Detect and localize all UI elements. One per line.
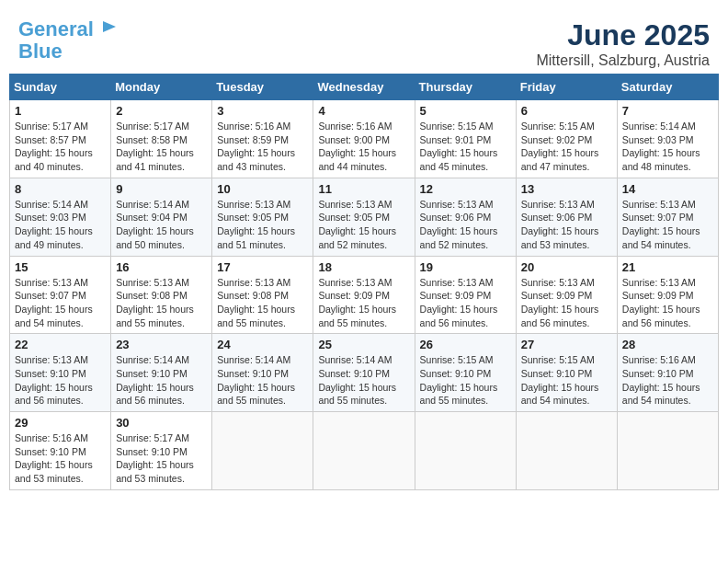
month-title: June 2025: [536, 18, 710, 52]
day-info: Sunrise: 5:16 AM Sunset: 9:10 PM Dayligh…: [622, 353, 713, 408]
calendar-table: SundayMondayTuesdayWednesdayThursdayFrid…: [9, 74, 719, 490]
calendar-cell: 3Sunrise: 5:16 AM Sunset: 8:59 PM Daylig…: [212, 100, 313, 178]
day-number: 18: [318, 260, 409, 274]
col-header-thursday: Thursday: [415, 75, 516, 100]
day-info: Sunrise: 5:13 AM Sunset: 9:09 PM Dayligh…: [318, 276, 409, 330]
col-header-saturday: Saturday: [617, 75, 718, 100]
day-info: Sunrise: 5:13 AM Sunset: 9:07 PM Dayligh…: [15, 276, 106, 330]
day-number: 8: [15, 182, 106, 196]
day-number: 14: [622, 182, 713, 196]
day-info: Sunrise: 5:13 AM Sunset: 9:09 PM Dayligh…: [622, 276, 713, 330]
day-info: Sunrise: 5:15 AM Sunset: 9:01 PM Dayligh…: [420, 120, 511, 174]
day-number: 11: [318, 182, 409, 196]
col-header-sunday: Sunday: [10, 75, 111, 100]
day-number: 16: [116, 260, 207, 274]
day-number: 2: [116, 104, 207, 118]
calendar-cell: [516, 412, 617, 490]
calendar-week-row: 15Sunrise: 5:13 AM Sunset: 9:07 PM Dayli…: [10, 256, 719, 334]
day-number: 5: [420, 104, 511, 118]
calendar-cell: [617, 412, 718, 490]
logo: General Blue: [18, 18, 118, 63]
day-number: 17: [217, 260, 308, 274]
calendar-cell: 17Sunrise: 5:13 AM Sunset: 9:08 PM Dayli…: [212, 256, 313, 334]
day-info: Sunrise: 5:16 AM Sunset: 8:59 PM Dayligh…: [217, 120, 308, 174]
svg-marker-0: [103, 21, 116, 32]
day-info: Sunrise: 5:14 AM Sunset: 9:10 PM Dayligh…: [116, 353, 207, 408]
calendar-cell: 8Sunrise: 5:14 AM Sunset: 9:03 PM Daylig…: [10, 178, 111, 256]
calendar-cell: 30Sunrise: 5:17 AM Sunset: 9:10 PM Dayli…: [111, 412, 212, 490]
calendar-cell: 24Sunrise: 5:14 AM Sunset: 9:10 PM Dayli…: [212, 334, 313, 412]
day-info: Sunrise: 5:17 AM Sunset: 8:58 PM Dayligh…: [116, 120, 207, 174]
calendar-cell: 11Sunrise: 5:13 AM Sunset: 9:05 PM Dayli…: [313, 178, 415, 256]
calendar-cell: 29Sunrise: 5:16 AM Sunset: 9:10 PM Dayli…: [10, 412, 111, 490]
calendar-week-row: 8Sunrise: 5:14 AM Sunset: 9:03 PM Daylig…: [10, 178, 719, 256]
day-number: 1: [15, 104, 106, 118]
day-info: Sunrise: 5:13 AM Sunset: 9:06 PM Dayligh…: [521, 198, 612, 252]
day-number: 13: [521, 182, 612, 196]
day-info: Sunrise: 5:17 AM Sunset: 9:10 PM Dayligh…: [116, 431, 207, 486]
calendar-cell: [415, 412, 516, 490]
logo-text: General Blue: [18, 18, 118, 63]
calendar-cell: 10Sunrise: 5:13 AM Sunset: 9:05 PM Dayli…: [212, 178, 313, 256]
location-title: Mittersill, Salzburg, Austria: [536, 52, 710, 69]
calendar-cell: [313, 412, 415, 490]
calendar-cell: 21Sunrise: 5:13 AM Sunset: 9:09 PM Dayli…: [617, 256, 718, 334]
day-number: 22: [15, 338, 106, 351]
day-number: 4: [318, 104, 409, 118]
day-number: 12: [420, 182, 511, 196]
day-info: Sunrise: 5:16 AM Sunset: 9:10 PM Dayligh…: [15, 431, 106, 486]
day-info: Sunrise: 5:14 AM Sunset: 9:10 PM Dayligh…: [318, 353, 409, 408]
col-header-friday: Friday: [516, 75, 617, 100]
calendar-cell: 25Sunrise: 5:14 AM Sunset: 9:10 PM Dayli…: [313, 334, 415, 412]
calendar-cell: 6Sunrise: 5:15 AM Sunset: 9:02 PM Daylig…: [516, 100, 617, 178]
day-info: Sunrise: 5:14 AM Sunset: 9:04 PM Dayligh…: [116, 198, 207, 252]
calendar-cell: 23Sunrise: 5:14 AM Sunset: 9:10 PM Dayli…: [111, 334, 212, 412]
calendar-cell: [212, 412, 313, 490]
day-info: Sunrise: 5:13 AM Sunset: 9:06 PM Dayligh…: [420, 198, 511, 252]
day-info: Sunrise: 5:13 AM Sunset: 9:08 PM Dayligh…: [217, 276, 308, 330]
day-info: Sunrise: 5:15 AM Sunset: 9:10 PM Dayligh…: [521, 353, 612, 408]
title-area: June 2025 Mittersill, Salzburg, Austria: [536, 18, 710, 69]
day-number: 24: [217, 338, 308, 351]
day-info: Sunrise: 5:14 AM Sunset: 9:03 PM Dayligh…: [15, 198, 106, 252]
calendar-cell: 9Sunrise: 5:14 AM Sunset: 9:04 PM Daylig…: [111, 178, 212, 256]
day-info: Sunrise: 5:13 AM Sunset: 9:09 PM Dayligh…: [420, 276, 511, 330]
day-info: Sunrise: 5:17 AM Sunset: 8:57 PM Dayligh…: [15, 120, 106, 174]
calendar-cell: 27Sunrise: 5:15 AM Sunset: 9:10 PM Dayli…: [516, 334, 617, 412]
day-info: Sunrise: 5:13 AM Sunset: 9:08 PM Dayligh…: [116, 276, 207, 330]
calendar-week-row: 29Sunrise: 5:16 AM Sunset: 9:10 PM Dayli…: [10, 412, 719, 490]
calendar-week-row: 22Sunrise: 5:13 AM Sunset: 9:10 PM Dayli…: [10, 334, 719, 412]
calendar-cell: 15Sunrise: 5:13 AM Sunset: 9:07 PM Dayli…: [10, 256, 111, 334]
calendar-cell: 18Sunrise: 5:13 AM Sunset: 9:09 PM Dayli…: [313, 256, 415, 334]
day-number: 9: [116, 182, 207, 196]
calendar-cell: 13Sunrise: 5:13 AM Sunset: 9:06 PM Dayli…: [516, 178, 617, 256]
day-info: Sunrise: 5:15 AM Sunset: 9:02 PM Dayligh…: [521, 120, 612, 174]
header: General Blue June 2025 Mittersill, Salzb…: [9, 9, 719, 74]
day-number: 20: [521, 260, 612, 274]
calendar-week-row: 1Sunrise: 5:17 AM Sunset: 8:57 PM Daylig…: [10, 100, 719, 178]
calendar-cell: 12Sunrise: 5:13 AM Sunset: 9:06 PM Dayli…: [415, 178, 516, 256]
calendar-cell: 16Sunrise: 5:13 AM Sunset: 9:08 PM Dayli…: [111, 256, 212, 334]
day-number: 10: [217, 182, 308, 196]
calendar-cell: 22Sunrise: 5:13 AM Sunset: 9:10 PM Dayli…: [10, 334, 111, 412]
day-info: Sunrise: 5:13 AM Sunset: 9:10 PM Dayligh…: [15, 353, 106, 408]
day-number: 7: [622, 104, 713, 118]
day-number: 30: [116, 416, 207, 430]
day-info: Sunrise: 5:13 AM Sunset: 9:07 PM Dayligh…: [622, 198, 713, 252]
day-number: 29: [15, 416, 106, 430]
day-number: 6: [521, 104, 612, 118]
calendar-cell: 7Sunrise: 5:14 AM Sunset: 9:03 PM Daylig…: [617, 100, 718, 178]
day-number: 26: [420, 338, 511, 351]
day-info: Sunrise: 5:13 AM Sunset: 9:09 PM Dayligh…: [521, 276, 612, 330]
calendar-header-row: SundayMondayTuesdayWednesdayThursdayFrid…: [10, 75, 719, 100]
calendar-cell: 26Sunrise: 5:15 AM Sunset: 9:10 PM Dayli…: [415, 334, 516, 412]
calendar-cell: 14Sunrise: 5:13 AM Sunset: 9:07 PM Dayli…: [617, 178, 718, 256]
calendar-cell: 20Sunrise: 5:13 AM Sunset: 9:09 PM Dayli…: [516, 256, 617, 334]
day-number: 23: [116, 338, 207, 351]
day-number: 27: [521, 338, 612, 351]
col-header-monday: Monday: [111, 75, 212, 100]
day-number: 19: [420, 260, 511, 274]
calendar-cell: 4Sunrise: 5:16 AM Sunset: 9:00 PM Daylig…: [313, 100, 415, 178]
logo-flag-icon: [101, 19, 118, 36]
calendar-cell: 5Sunrise: 5:15 AM Sunset: 9:01 PM Daylig…: [415, 100, 516, 178]
